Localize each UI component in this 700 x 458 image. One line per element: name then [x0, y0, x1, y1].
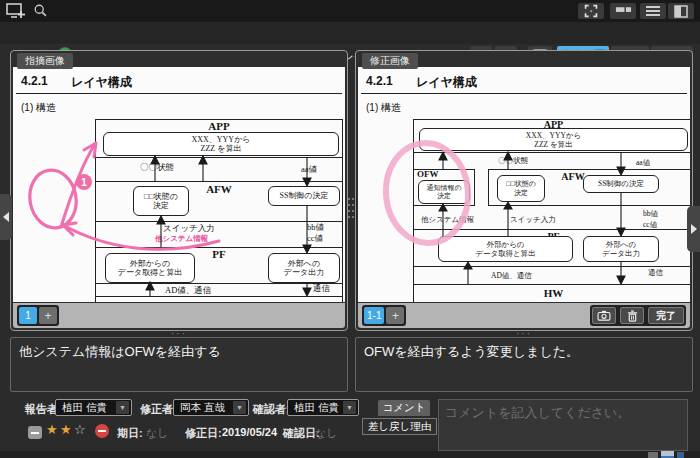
fullscreen-button[interactable] [578, 3, 604, 19]
app-process-box: XXX、YYYから ZZZ を算出 [103, 132, 339, 156]
label-state: 〇〇状態 [498, 156, 528, 166]
ss-box-label: SS制御の決定 [598, 179, 644, 189]
exclusion-toggle-icon[interactable] [95, 424, 109, 438]
label-state: 〇〇状態 [140, 162, 174, 174]
trash-icon [627, 310, 638, 322]
priority-star-3[interactable]: ☆ [74, 422, 86, 437]
ext-out-line1: 外部への [606, 240, 636, 249]
section-title: レイヤ構成 [71, 74, 132, 91]
screenshot-button[interactable] [592, 307, 616, 324]
priority-star-2[interactable]: ★ [60, 422, 72, 437]
label-ad: AD値、通信 [165, 285, 211, 297]
minus-icon [31, 432, 39, 434]
notify-line2: 決定 [437, 192, 451, 201]
label-cc: cc値 [643, 220, 657, 230]
fixed-note-field[interactable]: OFWを経由するよう変更しました。 [355, 337, 693, 392]
external-output-box: 外部への データ出力 [583, 236, 659, 262]
notify-line1: 通知情報の [426, 184, 461, 193]
state-box-line2: 決定 [514, 189, 528, 198]
priority-star-1[interactable]: ★ [46, 422, 58, 437]
annotation-marker-1[interactable]: 1 [76, 174, 92, 190]
add-page-button[interactable]: + [386, 307, 404, 324]
taskbar-peek [648, 452, 658, 458]
label-bb: bb値 [643, 209, 658, 219]
sub-heading: (1) 構造 [21, 101, 56, 115]
label-comm: 通信 [648, 268, 663, 278]
right-panel-toolbar: 1-1 + [358, 303, 690, 328]
pointed-image-badge: 指摘画像 [17, 53, 73, 69]
band-line [413, 284, 690, 285]
ext-out-line2: データ出力 [284, 268, 324, 278]
bottom-strip [0, 451, 700, 458]
top-bar [0, 0, 700, 22]
label-switch-input: スイッチ入力 [510, 215, 556, 225]
collapse-left-panel-tab[interactable] [0, 194, 12, 240]
app-box-line2: ZZZ を算出 [201, 144, 242, 154]
comment-input[interactable] [438, 399, 688, 451]
fixed-image-badge: 修正画像 [362, 53, 418, 69]
collapse-detail-button[interactable] [28, 426, 42, 439]
layer-diagram-left: APP XXX、YYYから ZZZ を算出 〇〇状態 aa値 AFW □□状態の… [85, 119, 345, 302]
pointed-image-panel: 指摘画像 4.2.1 レイヤ構成 (1) 構造 APP XXX、YYYから ZZ… [10, 50, 348, 331]
due-date-value: なし [146, 426, 169, 441]
band-line [95, 283, 343, 284]
delete-button[interactable] [620, 307, 644, 324]
add-page-button[interactable]: + [39, 307, 57, 324]
display-share-icon[interactable] [6, 3, 26, 19]
ext-in-line1: 外部からの [486, 240, 524, 249]
ss-box-label: SS制御の決定 [279, 191, 328, 201]
caret-down-icon: ▼ [233, 401, 246, 414]
app-box-line1: XXX、YYYから [191, 135, 250, 145]
ss-control-box: SS制御の決定 [268, 186, 340, 206]
search-icon[interactable] [31, 3, 51, 19]
section-number: 4.2.1 [366, 74, 393, 88]
app-box-line1: XXX、YYYから [526, 131, 581, 140]
checker-label: 確認者: [253, 402, 290, 417]
section-title: レイヤ構成 [416, 74, 477, 91]
sub-heading: (1) 構造 [366, 101, 401, 115]
check-date-value: なし [315, 426, 338, 441]
layer-diagram-right: APP XXX、YYYから ZZZ を算出 〇〇状態 aa値 OFW 通知情報の… [413, 119, 690, 302]
nav-bar: ← /〇〇機能 詳細設計書.docx/4ソフトウェア構成/4.2レイヤ分割 A↗… [0, 22, 700, 44]
done-button[interactable]: 完了 [648, 307, 684, 324]
label-other-system-pink: 他システム情報 [155, 234, 208, 244]
panel-splitter-handle[interactable] [347, 196, 355, 220]
tab-comment[interactable]: コメント [378, 400, 430, 416]
section-number: 4.2.1 [21, 74, 48, 88]
layout-list-button[interactable] [640, 3, 666, 19]
notify-decision-box: 通知情報の 決定 [418, 180, 470, 204]
app-window: ← /〇〇機能 詳細設計書.docx/4ソフトウェア構成/4.2レイヤ分割 A↗… [0, 0, 700, 458]
label-cc: cc値 [307, 233, 323, 245]
band-line [95, 157, 343, 158]
ext-in-line2: データ取得と算出 [475, 249, 536, 258]
band-line [95, 181, 343, 182]
ss-control-box: SS制御の決定 [583, 175, 659, 193]
checker-select[interactable]: 植田 信貴 ▼ [287, 399, 359, 416]
heading-rule [16, 93, 342, 94]
pointed-note-field[interactable]: 他システム情報はOFWを経由する [10, 337, 348, 392]
contrast-view-button[interactable] [668, 3, 694, 19]
fixer-select[interactable]: 岡本 直哉 ▼ [173, 399, 249, 416]
page-1-button[interactable]: 1 [19, 307, 37, 324]
collapse-right-panel-tab[interactable] [687, 206, 700, 252]
tab-reject-reason[interactable]: 差し戻し理由 [362, 418, 437, 435]
chevron-right-icon [691, 224, 697, 234]
contrast-icon [674, 5, 688, 18]
page-1-1-button[interactable]: 1-1 [364, 307, 384, 324]
caret-down-icon: ▼ [343, 401, 356, 414]
state-decision-box: □□状態の 決定 [133, 186, 189, 216]
action-button-group: 完了 [590, 305, 686, 326]
band-line [95, 221, 343, 222]
reporter-select[interactable]: 植田 信貴 ▼ [55, 399, 132, 416]
ext-in-line2: データ取得と算出 [118, 268, 183, 278]
state-decision-box: □□状態の 決定 [497, 175, 545, 202]
fixed-document[interactable]: 4.2.1 レイヤ構成 (1) 構造 APP XXX、YYYから ZZZ を算出… [358, 67, 690, 302]
label-comm: 通信 [313, 283, 330, 295]
ext-out-line2: データ出力 [602, 249, 640, 258]
page-button-group: 1 + [17, 305, 59, 326]
taskbar-peek [677, 452, 684, 458]
state-box-line1: □□状態の [144, 192, 178, 202]
pointed-document[interactable]: 4.2.1 レイヤ構成 (1) 構造 APP XXX、YYYから ZZZ を算出… [13, 67, 345, 302]
fix-date-label: 修正日: [185, 426, 222, 441]
layout-panels-button[interactable] [610, 3, 636, 19]
